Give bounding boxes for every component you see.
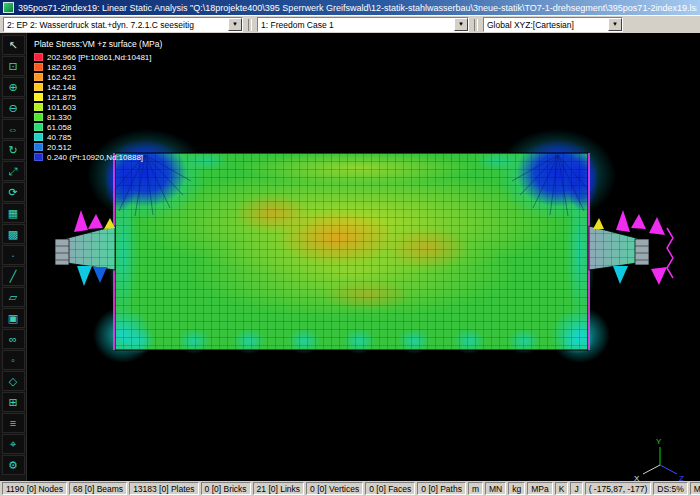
legend-swatch (34, 103, 43, 111)
window-title: 395pos71-2index19: Linear Static Analysi… (18, 3, 697, 13)
legend-swatch (34, 93, 43, 101)
status-cell: Model (690, 482, 700, 495)
left-toolbar: ↖⊡⊕⊖⇔↻⤢⟳▦▩∙╱▱▣∞◦◇⊞≡⌖⚙ (0, 33, 27, 481)
beam-toggle-icon[interactable]: ╱ (2, 266, 25, 286)
left-trunnion-pin[interactable] (55, 239, 69, 265)
node-toggle-icon[interactable]: ∙ (2, 245, 25, 265)
legend-entry: 142.148 (34, 82, 162, 92)
legend-swatch (34, 133, 43, 141)
coordinate-system-combo[interactable]: Global XYZ:[Cartesian] ▼ (483, 17, 623, 32)
status-cell: 0 [0] Faces (365, 482, 415, 495)
legend-entry: 81.330 (34, 112, 162, 122)
fit-view-tool-icon[interactable]: ⤢ (2, 161, 25, 181)
legend-value: 61.058 (47, 123, 71, 132)
axis-triad: Y X Z (634, 437, 684, 481)
chevron-down-icon[interactable]: ▼ (454, 18, 468, 31)
status-cell: MN (485, 482, 506, 495)
right-trunnion-arm[interactable] (589, 210, 673, 285)
axis-y-label: Y (656, 437, 662, 446)
toolbar-separator (248, 19, 252, 31)
legend-value: 40.785 (47, 133, 71, 142)
vertex-toggle-icon[interactable]: ◦ (2, 350, 25, 370)
legend-value: 101.603 (47, 103, 76, 112)
axes-toggle-icon[interactable]: ⌖ (2, 434, 25, 454)
freedom-case-combo[interactable]: 1: Freedom Case 1 ▼ (257, 17, 469, 32)
model-viewport[interactable]: Plate Stress:VM +z surface (MPa) 202.966… (27, 33, 700, 481)
legend-entry: 61.058 (34, 122, 162, 132)
legend-value: 0.240 (Pt:10920,Nd:10888] (47, 153, 143, 162)
contour-toggle-icon[interactable]: ≡ (2, 413, 25, 433)
status-cell: J (570, 482, 582, 495)
toolbar-separator (474, 19, 478, 31)
legend-value: 162.421 (47, 73, 76, 82)
legend-value: 182.693 (47, 63, 76, 72)
legend-swatch (34, 53, 43, 61)
status-bar: 1190 [0] Nodes68 [0] Beams13183 [0] Plat… (0, 481, 700, 496)
result-case-combo[interactable]: 2: EP 2: Wasserdruck stat.+dyn. 7.2.1.C … (3, 17, 243, 32)
legend-entry: 182.693 (34, 62, 162, 72)
window-titlebar[interactable]: 395pos71-2index19: Linear Static Analysi… (0, 0, 700, 15)
freedom-case-value: 1: Freedom Case 1 (258, 20, 454, 30)
label-toggle-icon[interactable]: ⊞ (2, 392, 25, 412)
legend-value: 142.148 (47, 83, 76, 92)
app-icon (3, 2, 14, 13)
legend-value: 202.966 [Pt:10861,Nd:10481] (47, 53, 152, 62)
legend-swatch (34, 153, 43, 161)
status-cell: 0 [0] Vertices (306, 482, 363, 495)
legend-swatch (34, 63, 43, 71)
zoom-in-tool-icon[interactable]: ⊕ (2, 77, 25, 97)
status-cell: 21 [0] Links (253, 482, 304, 495)
legend-entry: 40.785 (34, 132, 162, 142)
legend-swatch (34, 143, 43, 151)
contour-legend: Plate Stress:VM +z surface (MPa) 202.966… (34, 39, 162, 162)
app-window: 395pos71-2index19: Linear Static Analysi… (0, 0, 700, 496)
brick-toggle-icon[interactable]: ▣ (2, 308, 25, 328)
status-cell: MPa (527, 482, 552, 495)
legend-value: 20.512 (47, 143, 71, 152)
status-cell: 1190 [0] Nodes (2, 482, 67, 495)
status-cell: ( -175,87, -177) (585, 482, 652, 495)
render-toggle-icon[interactable]: ▩ (2, 224, 25, 244)
status-cell: m (468, 482, 483, 495)
legend-swatch (34, 83, 43, 91)
legend-entry: 162.421 (34, 72, 162, 82)
settings-tool-icon[interactable]: ⚙ (2, 455, 25, 475)
link-toggle-icon[interactable]: ∞ (2, 329, 25, 349)
legend-value: 81.330 (47, 113, 71, 122)
pan-tool-icon[interactable]: ⇔ (2, 119, 25, 139)
result-case-value: 2: EP 2: Wasserdruck stat.+dyn. 7.2.1.C … (4, 20, 228, 30)
legend-swatch (34, 113, 43, 121)
legend-entry: 0.240 (Pt:10920,Nd:10888] (34, 152, 162, 162)
legend-entry: 20.512 (34, 142, 162, 152)
axis-z-label: Z (679, 474, 684, 481)
legend-value: 121.875 (47, 93, 76, 102)
legend-swatch (34, 73, 43, 81)
right-trunnion-pin[interactable] (635, 239, 649, 265)
zoom-out-tool-icon[interactable]: ⊖ (2, 98, 25, 118)
axis-x-label: X (634, 474, 640, 481)
left-trunnion-arm[interactable] (55, 210, 115, 286)
legend-entry: 202.966 [Pt:10861,Nd:10481] (34, 52, 162, 62)
zoom-box-tool-icon[interactable]: ⊡ (2, 56, 25, 76)
coordinate-system-value: Global XYZ:[Cartesian] (484, 20, 608, 30)
gate-panel-mesh[interactable] (87, 129, 616, 363)
legend-entry: 101.603 (34, 102, 162, 112)
wireframe-toggle-icon[interactable]: ▦ (2, 203, 25, 223)
status-cell: 0 [0] Bricks (201, 482, 251, 495)
status-cell: K (555, 482, 569, 495)
face-toggle-icon[interactable]: ◇ (2, 371, 25, 391)
status-cell: 0 [0] Paths (417, 482, 466, 495)
rotate-tool-icon[interactable]: ↻ (2, 140, 25, 160)
redraw-tool-icon[interactable]: ⟳ (2, 182, 25, 202)
legend-entry: 121.875 (34, 92, 162, 102)
legend-title: Plate Stress:VM +z surface (MPa) (34, 39, 162, 49)
status-cell: 13183 [0] Plates (129, 482, 198, 495)
toolbar: 2: EP 2: Wasserdruck stat.+dyn. 7.2.1.C … (0, 15, 700, 34)
plate-toggle-icon[interactable]: ▱ (2, 287, 25, 307)
legend-entries: 202.966 [Pt:10861,Nd:10481]182.693162.42… (34, 52, 162, 162)
status-cell: 68 [0] Beams (69, 482, 127, 495)
status-cell: kg (508, 482, 525, 495)
chevron-down-icon[interactable]: ▼ (228, 18, 242, 31)
select-tool-icon[interactable]: ↖ (2, 35, 25, 55)
chevron-down-icon[interactable]: ▼ (608, 18, 622, 31)
